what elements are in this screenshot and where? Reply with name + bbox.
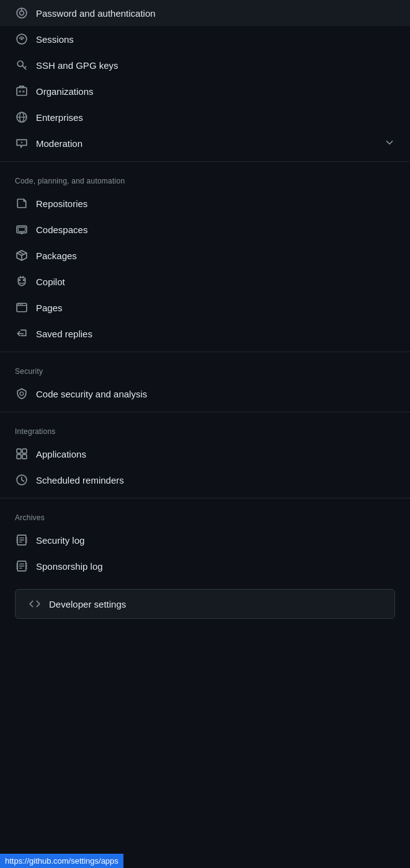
svg-point-19 [23, 279, 25, 281]
sidebar-item-security-log[interactable]: Security log [0, 527, 410, 553]
org-icon [15, 84, 29, 98]
sidebar-item-password[interactable]: Password and authentication [0, 0, 410, 26]
sidebar-item-sponsorship-log[interactable]: Sponsorship log [0, 553, 410, 579]
section-divider-security [0, 352, 410, 352]
sidebar-item-code-security[interactable]: Code security and analysis [0, 381, 410, 407]
sidebar: Password and authentication Sessions SSH… [0, 0, 410, 619]
password-icon [15, 6, 29, 20]
svg-point-24 [22, 304, 23, 305]
svg-rect-14 [18, 228, 25, 232]
sessions-icon [15, 32, 29, 46]
status-url: https://github.com/settings/apps [5, 856, 118, 866]
svg-point-1 [20, 11, 24, 16]
applications-icon [15, 447, 29, 461]
sidebar-item-label: Organizations [36, 86, 395, 97]
enterprise-icon [15, 110, 29, 124]
svg-rect-26 [17, 449, 21, 453]
pages-icon [15, 301, 29, 314]
sidebar-item-applications[interactable]: Applications [0, 441, 410, 467]
sidebar-item-label: SSH and GPG keys [36, 60, 395, 71]
sidebar-item-scheduled-reminders[interactable]: Scheduled reminders [0, 467, 410, 493]
sidebar-item-sessions[interactable]: Sessions [0, 26, 410, 52]
svg-point-18 [19, 279, 20, 281]
section-divider-archives [0, 498, 410, 498]
svg-rect-29 [22, 454, 27, 459]
svg-point-12 [21, 142, 22, 143]
sidebar-item-developer-settings[interactable]: Developer settings [15, 589, 395, 619]
log-icon [15, 533, 29, 547]
svg-point-4 [20, 38, 22, 40]
key-icon [15, 58, 29, 72]
sidebar-item-moderation[interactable]: Moderation [0, 130, 410, 156]
sponsorship-log-icon [15, 559, 29, 573]
sidebar-item-label: Copilot [36, 277, 395, 287]
codespaces-icon [15, 223, 29, 236]
status-bar: https://github.com/settings/apps [0, 854, 123, 868]
moderation-icon [15, 136, 29, 150]
sidebar-item-codespaces[interactable]: Codespaces [0, 216, 410, 242]
copilot-icon [15, 275, 29, 288]
developer-settings-label: Developer settings [49, 599, 126, 609]
sidebar-item-ssh-gpg[interactable]: SSH and GPG keys [0, 52, 410, 78]
svg-rect-8 [22, 91, 24, 92]
section-divider-integrations [0, 412, 410, 412]
sidebar-item-repositories[interactable]: Repositories [0, 190, 410, 216]
sidebar-item-label: Packages [36, 250, 395, 261]
security-icon [15, 387, 29, 401]
sidebar-item-label: Moderation [36, 138, 384, 149]
svg-point-25 [20, 392, 24, 396]
sidebar-item-label: Sessions [36, 34, 395, 45]
svg-point-22 [18, 304, 19, 305]
svg-rect-28 [17, 454, 21, 459]
section-label-integrations: Integrations [0, 417, 410, 441]
code-icon [28, 597, 42, 611]
svg-rect-6 [17, 87, 27, 95]
sidebar-item-label: Security log [36, 535, 395, 546]
chevron-down-icon [384, 137, 395, 150]
sidebar-item-packages[interactable]: Packages [0, 242, 410, 268]
sidebar-item-label: Saved replies [36, 329, 395, 339]
sidebar-item-label: Password and authentication [36, 8, 395, 19]
section-label-security: Security [0, 357, 410, 381]
sidebar-item-label: Enterprises [36, 112, 395, 123]
sidebar-item-label: Codespaces [36, 224, 395, 235]
sidebar-item-label: Repositories [36, 198, 395, 209]
reminders-icon [15, 473, 29, 487]
sidebar-item-saved-replies[interactable]: Saved replies [0, 321, 410, 347]
sidebar-item-copilot[interactable]: Copilot [0, 268, 410, 294]
saved-replies-icon [15, 327, 29, 340]
sidebar-item-label: Pages [36, 303, 395, 313]
repo-icon [15, 197, 29, 210]
section-label-archives: Archives [0, 503, 410, 527]
svg-point-23 [20, 304, 21, 305]
section-divider [0, 161, 410, 162]
sidebar-item-label: Applications [36, 449, 395, 459]
svg-rect-27 [22, 449, 27, 453]
sidebar-item-label: Sponsorship log [36, 561, 395, 572]
svg-rect-7 [19, 91, 21, 92]
packages-icon [15, 249, 29, 262]
sidebar-item-enterprises[interactable]: Enterprises [0, 104, 410, 130]
sidebar-item-label: Scheduled reminders [36, 475, 395, 485]
svg-point-5 [17, 61, 23, 66]
sidebar-item-label: Code security and analysis [36, 389, 395, 399]
sidebar-item-pages[interactable]: Pages [0, 294, 410, 321]
section-label-code: Code, planning, and automation [0, 167, 410, 190]
sidebar-item-organizations[interactable]: Organizations [0, 78, 410, 104]
